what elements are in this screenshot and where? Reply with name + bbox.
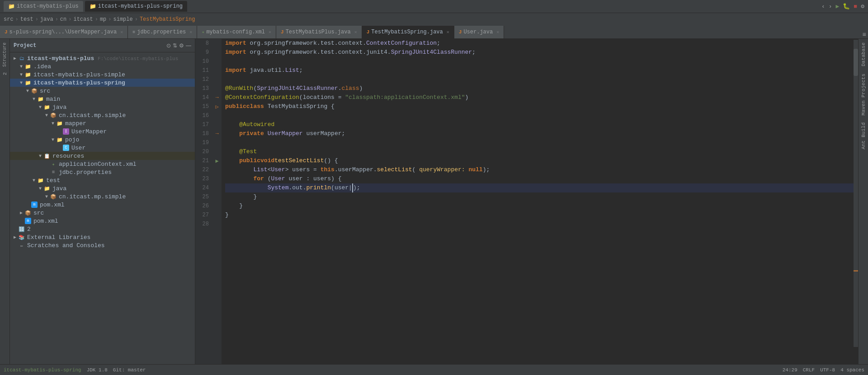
gutter-10 (212, 57, 222, 66)
status-jdk: JDK 1.8 (87, 367, 108, 373)
idea-folder-icon: 📁 (24, 63, 32, 70)
gutter-17 (212, 120, 222, 129)
line-numbers: 8 9 10 11 12 13 14 15 16 17 18 19 20 21 … (195, 39, 212, 364)
file-tab-testmybatisspring[interactable]: J TestMybatisSpring.java ✕ (362, 26, 454, 38)
file-tab-usermapper[interactable]: J s-plus-spring\...\UserMapper.java ✕ (0, 26, 128, 38)
breadcrumb-mp[interactable]: mp (100, 16, 106, 23)
code-line-27: } (225, 211, 854, 220)
tree-scratches[interactable]: ✏ Scratches and Consoles (10, 241, 195, 249)
status-position: 24:29 (783, 367, 797, 373)
settings-icon[interactable]: ⚙ (861, 3, 864, 10)
tree-pojo[interactable]: 📁 pojo (10, 136, 195, 144)
tree-src[interactable]: 📦 src (10, 87, 195, 95)
sidebar-settings-btn[interactable]: ⚙ (179, 42, 184, 49)
tree-num2[interactable]: 🔢 2 (10, 225, 195, 233)
stop-icon[interactable]: ■ (854, 3, 857, 10)
navigate-forward-icon[interactable]: › (829, 3, 832, 10)
tree-pom-top[interactable]: m pom.xml (10, 217, 195, 225)
close-tab-1[interactable]: ✕ (120, 29, 123, 35)
code-line-19 (225, 138, 854, 147)
simple-folder-icon: 📁 (24, 71, 32, 78)
close-tab-5[interactable]: ✕ (447, 29, 449, 35)
breadcrumb-cn[interactable]: cn (60, 16, 66, 23)
favorites-num[interactable]: 2 (1, 70, 9, 77)
tree-ext-libs[interactable]: 📚 External Libraries (10, 233, 195, 241)
xml-icon-1: ✦ (202, 29, 204, 35)
gutter-21-run[interactable]: ▶ (212, 156, 222, 165)
tree-mapper[interactable]: 📁 mapper (10, 119, 195, 127)
tree-spring[interactable]: 📁 itcast-mybatis-plus-spring (10, 79, 195, 87)
tree-test-pkg[interactable]: 📦 cn.itcast.mp.simple (10, 192, 195, 201)
file-tab-testmybatisplus[interactable]: J TestMybatisPlus.java ✕ (276, 26, 362, 38)
breadcrumb-test[interactable]: test (20, 16, 33, 23)
code-line-24: System.out.println(user|); (225, 183, 854, 192)
project-tree: 🗂 itcast-mybatis-plus F:\code\itcast-myb… (10, 52, 195, 364)
code-line-21: public void testSelectList() { (225, 156, 854, 165)
tree-user-class[interactable]: C User (10, 144, 195, 152)
tree-main[interactable]: 📁 main (10, 95, 195, 103)
editor-pin-icon[interactable]: ≡ (863, 31, 866, 38)
gutter-28 (212, 220, 222, 229)
editor-scrollbar[interactable] (854, 40, 858, 347)
tree-pom[interactable]: m pom.xml (10, 201, 195, 209)
sidebar-close-btn[interactable]: — (186, 42, 191, 49)
close-tab-6[interactable]: ✕ (496, 29, 499, 35)
close-tab-2[interactable]: ✕ (189, 29, 192, 35)
tree-cn-package[interactable]: 📦 cn.itcast.mp.simple (10, 111, 195, 119)
code-area[interactable]: 8 9 10 11 12 13 14 15 16 17 18 19 20 21 … (195, 39, 858, 364)
src-top-icon: 📦 (24, 209, 32, 216)
top-tab-mybatis-plus-spring[interactable]: 📁 itcast-mybatis-plus-spring (85, 1, 187, 12)
breadcrumb-src[interactable]: src (4, 16, 14, 23)
spring-arrow (18, 80, 24, 85)
num2-icon: 🔢 (18, 225, 25, 233)
debug-icon[interactable]: 🐛 (843, 3, 850, 10)
structure-icon[interactable]: Structure (1, 41, 8, 69)
resources-folder-icon: 📋 (43, 152, 51, 159)
breadcrumb-java[interactable]: java (40, 16, 53, 23)
close-tab-3[interactable]: ✕ (269, 29, 271, 35)
java-folder-icon: 📁 (43, 103, 51, 111)
code-line-16 (225, 111, 854, 120)
tree-test[interactable]: 📁 test (10, 176, 195, 184)
file-tab-user[interactable]: J User.java ✕ (454, 26, 504, 38)
code-line-15: public class TestMybatisSpring { (225, 102, 854, 111)
breadcrumb-simple[interactable]: simple (113, 16, 132, 23)
top-tab-mybatis-plus[interactable]: 📁 itcast-mybatis-plus (4, 1, 83, 12)
editor: 8 9 10 11 12 13 14 15 16 17 18 19 20 21 … (195, 39, 858, 364)
gutter-8 (212, 39, 222, 48)
mapper-arrow (50, 121, 56, 126)
ext-libs-icon: 📚 (18, 234, 25, 241)
file-tab-mybatis-config[interactable]: ✦ mybatis-config.xml ✕ (197, 26, 276, 38)
close-tab-4[interactable]: ✕ (354, 29, 357, 35)
database-label[interactable]: Database (859, 39, 868, 70)
sidebar-expand-btn[interactable]: ⇅ (173, 42, 177, 49)
java-icon-3: J (367, 29, 370, 35)
file-tab-jdbc[interactable]: ≡ jdbc.properties ✕ (128, 26, 197, 38)
tree-src-top[interactable]: 📦 src (10, 209, 195, 217)
tree-appcontext[interactable]: ✦ applicationContext.xml (10, 160, 195, 168)
tree-java[interactable]: 📁 java (10, 103, 195, 111)
code-lines[interactable]: import org.springframework.test.context.… (222, 39, 858, 364)
code-line-12 (225, 75, 854, 84)
src-top-arrow (18, 210, 24, 216)
breadcrumb-itcast[interactable]: itcast (73, 16, 93, 23)
breadcrumb-class[interactable]: TestMybatisSpring (140, 16, 195, 23)
tree-jdbc-props[interactable]: ≡ jdbc.properties (10, 168, 195, 176)
tree-idea[interactable]: 📁 .idea (10, 62, 195, 70)
status-bar: itcast-mybatis-plus-spring JDK 1.8 Git: … (0, 364, 868, 375)
tree-test-java[interactable]: 📁 java (10, 184, 195, 192)
tree-usermapper[interactable]: I UserMapper (10, 127, 195, 136)
test-pkg-icon: 📦 (50, 193, 57, 200)
tree-root[interactable]: 🗂 itcast-mybatis-plus F:\code\itcast-myb… (10, 54, 195, 62)
gutter-20 (212, 147, 222, 156)
maven-label[interactable]: Maven Projects (859, 70, 868, 119)
tree-resources[interactable]: 📋 resources (10, 152, 195, 160)
sidebar-scope-btn[interactable]: ⊙ (166, 42, 171, 49)
code-line-9: import org.springframework.test.context.… (225, 48, 854, 57)
pom-icon: m (31, 201, 38, 208)
ant-label[interactable]: Ant Build (859, 119, 868, 153)
tree-simple[interactable]: 📁 itcast-mybatis-plus-simple (10, 70, 195, 79)
navigate-back-icon[interactable]: ‹ (821, 3, 825, 10)
run-icon[interactable]: ▶ (836, 3, 840, 10)
idea-arrow (18, 64, 24, 69)
